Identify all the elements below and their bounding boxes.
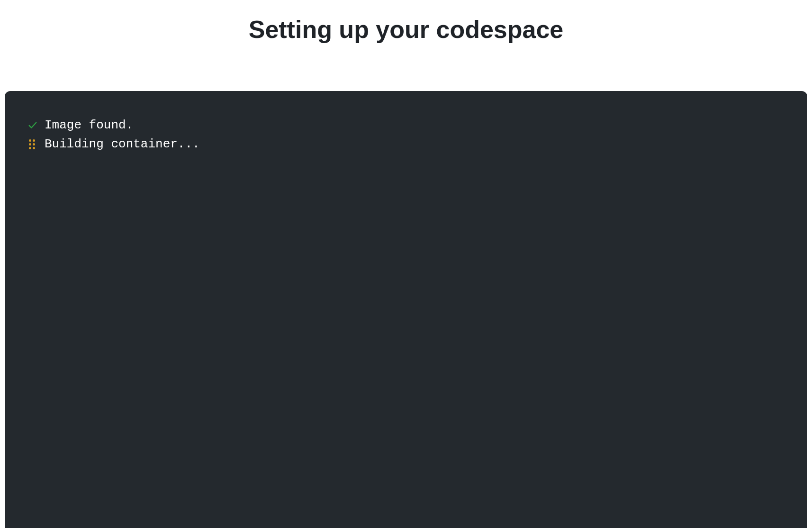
spinner-icon: [27, 139, 38, 149]
log-text: Image found.: [45, 116, 133, 135]
checkmark-icon: [27, 120, 38, 130]
page-title: Setting up your codespace: [5, 15, 807, 44]
log-text: Building container...: [45, 135, 200, 154]
log-line-pending: Building container...: [27, 135, 785, 154]
log-line-complete: Image found.: [27, 116, 785, 135]
terminal-output: Image found. Building container...: [5, 91, 807, 528]
